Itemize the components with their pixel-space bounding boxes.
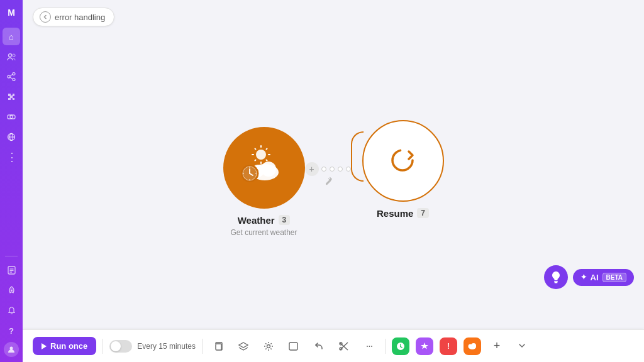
sidebar-item-rocket[interactable] — [3, 282, 20, 299]
weather-node-group: Weather 3 Get current weather — [223, 127, 305, 237]
weather-badge: 3 — [279, 215, 291, 225]
svg-line-6 — [10, 77, 13, 79]
sidebar-item-home[interactable]: ⌂ — [3, 28, 20, 45]
svg-point-4 — [13, 79, 15, 81]
note-btn[interactable] — [284, 337, 303, 356]
logo: M — [5, 5, 18, 20]
svg-point-15 — [10, 347, 13, 350]
svg-point-27 — [261, 162, 276, 177]
sidebar-item-link[interactable] — [3, 108, 20, 126]
ai-buttons-area: ✦ AI BETA — [544, 265, 634, 289]
lightbulb-btn[interactable] — [544, 265, 568, 289]
weather-node-label: Weather 3 — [238, 215, 291, 226]
svg-line-23 — [267, 149, 267, 150]
resume-label-text: Resume — [377, 208, 413, 219]
weather-label-text: Weather — [238, 215, 275, 226]
sidebar-item-help[interactable]: ? — [3, 322, 20, 339]
sidebar-item-users[interactable] — [3, 48, 20, 65]
purple-action-btn[interactable] — [416, 337, 433, 355]
resume-node-group: Resume 7 — [362, 120, 444, 219]
workflow-canvas[interactable]: Weather 3 Get current weather + — [23, 34, 644, 329]
sidebar-item-docs[interactable] — [3, 261, 20, 279]
play-icon — [42, 343, 47, 349]
add-connector-btn[interactable]: + — [305, 162, 319, 176]
svg-point-33 — [249, 167, 250, 168]
sidebar-item-share[interactable] — [3, 68, 20, 85]
svg-point-40 — [267, 344, 270, 348]
breadcrumb[interactable]: error handling — [33, 8, 114, 26]
run-once-label: Run once — [50, 341, 87, 351]
connector-dots — [321, 167, 351, 172]
svg-line-5 — [10, 74, 13, 76]
toolbar-divider-3 — [385, 339, 386, 354]
schedule-label: Every 15 minutes — [137, 342, 196, 351]
weather-subtitle: Get current weather — [230, 228, 297, 237]
copy-btn[interactable] — [209, 337, 228, 356]
sidebar-item-puzzle[interactable] — [3, 88, 20, 106]
green-action-btn[interactable] — [392, 337, 409, 355]
dot-3 — [338, 167, 343, 172]
toolbar-divider-2 — [202, 339, 203, 354]
red-action-btn[interactable]: ! — [440, 337, 457, 355]
orange-action-btn[interactable] — [464, 337, 481, 355]
sidebar-item-bell[interactable] — [3, 302, 20, 319]
ai-badge-btn[interactable]: ✦ AI BETA — [573, 269, 634, 286]
run-once-button[interactable]: Run once — [33, 337, 96, 355]
schedule-toggle-switch[interactable] — [109, 340, 132, 353]
ai-stars-icon: ✦ — [580, 273, 587, 282]
settings-btn[interactable] — [259, 337, 278, 356]
resume-with-bracket: Resume 7 — [351, 120, 444, 219]
resume-node[interactable] — [362, 120, 444, 202]
dot-4 — [346, 167, 351, 172]
svg-point-48 — [471, 343, 476, 348]
resume-node-label: Resume 7 — [377, 208, 429, 219]
toolbar-divider-1 — [103, 339, 103, 354]
connector: + — [305, 162, 351, 176]
svg-rect-38 — [554, 282, 557, 283]
cut-btn[interactable] — [335, 337, 353, 356]
wrench-icon[interactable] — [323, 177, 332, 187]
svg-point-3 — [8, 75, 10, 78]
toggle-knob — [111, 341, 121, 351]
back-icon[interactable] — [40, 11, 51, 23]
add-btn[interactable]: + — [487, 337, 506, 356]
svg-point-0 — [8, 53, 11, 57]
beta-badge: BETA — [602, 273, 626, 282]
dot-2 — [330, 167, 335, 172]
sidebar-item-globe[interactable] — [3, 128, 20, 146]
svg-point-1 — [13, 54, 15, 57]
dot-1 — [321, 167, 326, 172]
svg-rect-41 — [289, 343, 297, 350]
sidebar-item-avatar[interactable] — [4, 342, 19, 357]
sidebar-item-more[interactable]: ⋮ — [3, 148, 20, 166]
red-btn-label: ! — [447, 342, 450, 351]
bottom-toolbar: Run once Every 15 minutes — [23, 329, 644, 362]
svg-point-34 — [249, 179, 250, 180]
svg-line-24 — [255, 160, 256, 161]
breadcrumb-label: error handling — [55, 13, 105, 22]
ai-label: AI — [591, 273, 599, 282]
svg-line-22 — [267, 160, 267, 161]
svg-point-35 — [243, 173, 244, 174]
svg-point-14 — [11, 290, 12, 291]
resume-bracket — [351, 131, 364, 182]
svg-rect-39 — [216, 344, 221, 350]
resume-badge: 7 — [417, 208, 429, 218]
collapse-btn[interactable] — [513, 337, 531, 356]
sidebar-divider — [5, 256, 18, 256]
more-options-btn[interactable]: ··· — [360, 337, 379, 356]
plus-icon: + — [309, 164, 314, 174]
header: error handling — [23, 0, 644, 34]
layers-btn[interactable] — [234, 337, 253, 356]
weather-node[interactable] — [223, 127, 305, 209]
svg-rect-37 — [554, 281, 558, 282]
svg-point-16 — [256, 150, 266, 160]
sidebar: M ⌂ ⋮ — [0, 0, 23, 362]
svg-point-2 — [13, 73, 15, 75]
main-area: error handling — [23, 0, 644, 362]
svg-point-36 — [255, 173, 257, 174]
schedule-toggle: Every 15 minutes — [109, 340, 196, 353]
undo-btn[interactable] — [309, 337, 328, 356]
svg-line-21 — [255, 149, 256, 150]
workflow: Weather 3 Get current weather + — [223, 120, 444, 244]
